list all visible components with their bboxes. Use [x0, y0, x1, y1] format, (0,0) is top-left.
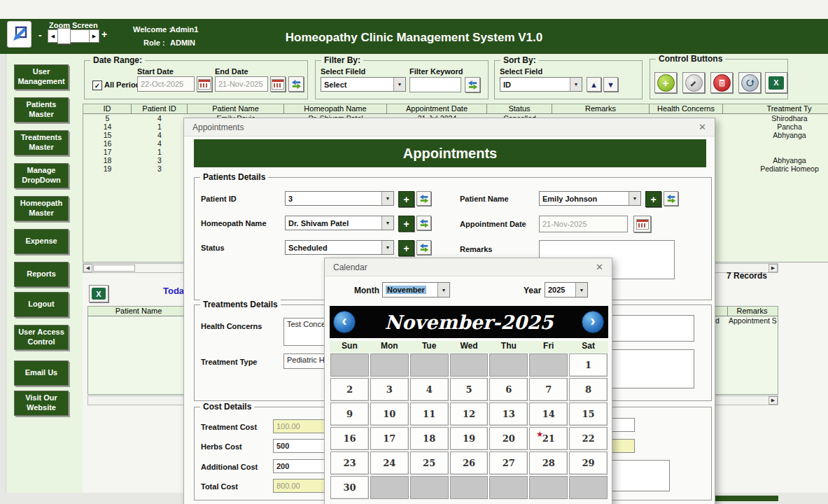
sort-descending-button[interactable]: ▼ [603, 77, 618, 92]
sidebar-item-manage-dropdown[interactable]: Manage DropDown [14, 163, 69, 188]
calendar-day-cell[interactable]: 28 [529, 451, 568, 475]
calendar-day-cell[interactable]: 12 [450, 402, 489, 426]
calendar-day-cell[interactable]: 1 [569, 354, 608, 377]
calendar-day-cell[interactable]: 15 [569, 402, 608, 426]
sidebar-item-expense[interactable]: Expense [14, 229, 69, 254]
dialog-titlebar[interactable]: Calendar ✕ [325, 258, 612, 276]
table-cell[interactable]: Shirodhara [723, 114, 828, 122]
add-button[interactable]: + [654, 72, 677, 93]
chevron-down-icon[interactable]: ▼ [570, 78, 582, 91]
appointment-date-field[interactable]: 21-Nov-2025 [539, 216, 628, 232]
table-cell[interactable]: Abhyanga [723, 131, 828, 139]
calendar-day-cell[interactable]: 9 [330, 402, 369, 426]
calendar-day-cell[interactable]: 27 [489, 451, 528, 475]
sort-field-dropdown[interactable]: ID ▼ [500, 77, 582, 92]
table-cell[interactable]: 15 [83, 131, 132, 139]
scroll-right-icon[interactable]: ▶ [769, 264, 778, 272]
table-cell[interactable] [723, 139, 828, 148]
calendar-day-cell[interactable]: 24 [370, 451, 409, 475]
calendar-day-cell[interactable]: 6 [489, 378, 528, 401]
calendar-day-cell[interactable]: 8 [569, 378, 608, 401]
calendar-day-cell[interactable]: 30 [330, 476, 369, 499]
table-cell[interactable] [723, 148, 828, 156]
calendar-day-cell[interactable]: 16 [330, 427, 369, 450]
sidebar-item-user-management[interactable]: User Management [14, 64, 69, 90]
homeopath-name-dropdown[interactable]: Dr. Shivam Patel ▼ [285, 216, 394, 230]
date-range-refresh-button[interactable] [288, 76, 304, 92]
chevron-down-icon[interactable]: ▼ [629, 192, 640, 205]
table-cell[interactable]: 4 [132, 131, 188, 139]
start-date-field[interactable]: 22-Oct-2025 [137, 76, 195, 92]
table-cell[interactable]: 3 [132, 156, 188, 164]
calendar-day-cell[interactable]: 14 [529, 402, 568, 426]
filter-field-dropdown[interactable]: Select ▼ [321, 77, 406, 92]
add-status-button[interactable]: + [398, 240, 414, 256]
end-date-field[interactable]: 21-Nov-2025 [215, 76, 268, 92]
calendar-day-cell[interactable]: 19 [450, 427, 489, 450]
chevron-down-icon[interactable]: ▼ [381, 216, 393, 230]
app-logo[interactable] [7, 21, 31, 48]
close-icon[interactable]: ✕ [699, 122, 706, 132]
previous-month-button[interactable]: ‹ [333, 311, 356, 333]
zoom-slider[interactable]: ◀ ▶ [48, 29, 98, 41]
patient-name-dropdown[interactable]: Emily Johnson ▼ [539, 191, 641, 206]
calendar-day-cell[interactable]: 3 [370, 378, 409, 401]
add-homeopath-button[interactable]: + [398, 216, 414, 232]
calendar-day-cell[interactable]: 29 [569, 451, 608, 475]
slider-right-arrow-icon[interactable]: ▶ [89, 29, 99, 43]
sidebar-item-patients-master[interactable]: Patients Master [14, 97, 69, 122]
table-cell[interactable]: d [715, 316, 729, 325]
calendar-day-cell[interactable]: 25 [410, 451, 449, 475]
calendar-day-cell[interactable]: 11 [410, 402, 449, 426]
calendar-day-cell[interactable]: 23 [330, 451, 369, 475]
scroll-right-icon[interactable]: ▶ [769, 396, 778, 405]
add-patient-name-button[interactable]: + [645, 191, 661, 207]
calendar-day-cell[interactable]: 5 [450, 378, 489, 401]
reload-button[interactable] [738, 72, 761, 93]
status-dropdown[interactable]: Scheduled ▼ [285, 240, 394, 255]
export-excel-button[interactable]: X [765, 72, 787, 93]
sidebar-item-homeopath-master[interactable]: Homeopath Master [14, 196, 69, 221]
table-cell[interactable]: 17 [83, 148, 132, 156]
edit-button[interactable] [682, 72, 705, 93]
sidebar-item-logout[interactable]: Logout [14, 292, 69, 317]
sort-ascending-button[interactable]: ▲ [587, 77, 601, 92]
year-dropdown[interactable]: 2025 ▼ [545, 282, 588, 298]
add-patient-id-button[interactable]: + [398, 191, 414, 207]
chevron-down-icon[interactable]: ▼ [575, 283, 587, 297]
sidebar-item-treatments-master[interactable]: Treatments Master [14, 130, 69, 155]
refresh-patient-id-button[interactable] [416, 191, 431, 206]
scroll-left-icon[interactable]: ◀ [83, 264, 92, 272]
sidebar-item-visit-our-website[interactable]: Visit Our Website [14, 391, 69, 416]
month-dropdown[interactable]: November ▼ [382, 282, 450, 298]
calendar-day-cell[interactable]: 2 [330, 378, 369, 401]
table-cell[interactable]: 1 [132, 122, 188, 131]
table-cell[interactable]: Pancha [723, 122, 828, 131]
slider-thumb[interactable] [57, 28, 71, 44]
refresh-homeopath-button[interactable] [416, 216, 431, 230]
zoom-in-label[interactable]: + [101, 29, 107, 40]
table-cell[interactable]: 3 [132, 164, 188, 173]
chevron-down-icon[interactable]: ▼ [381, 241, 393, 254]
refresh-status-button[interactable] [416, 240, 431, 255]
sidebar-item-reports[interactable]: Reports [14, 262, 69, 287]
filter-refresh-button[interactable] [465, 77, 480, 92]
calendar-day-cell[interactable]: 22 [569, 427, 608, 450]
table-cell[interactable]: 16 [83, 139, 132, 148]
slider-track[interactable] [70, 29, 90, 43]
table-cell[interactable]: 4 [132, 114, 188, 122]
scrollbar-thumb[interactable] [93, 265, 135, 272]
dialog-titlebar[interactable]: Appointments ✕ [184, 118, 715, 136]
calendar-day-cell[interactable]: 18 [410, 427, 449, 450]
start-date-calendar-button[interactable] [197, 76, 212, 92]
chevron-down-icon[interactable]: ▼ [437, 283, 449, 297]
all-period-checkbox[interactable]: ✓ [92, 80, 102, 90]
close-icon[interactable]: ✕ [596, 262, 603, 272]
zoom-out-label[interactable]: - [38, 29, 42, 41]
table-cell[interactable]: Pediatric Homeop [723, 164, 828, 173]
sidebar-item-email-us[interactable]: Email Us [14, 360, 69, 386]
sidebar-item-user-access-control[interactable]: User Access Control [14, 325, 69, 350]
calendar-day-cell[interactable]: 10 [370, 402, 409, 426]
chevron-down-icon[interactable]: ▼ [381, 192, 393, 205]
calendar-day-cell[interactable]: 13 [489, 402, 528, 426]
